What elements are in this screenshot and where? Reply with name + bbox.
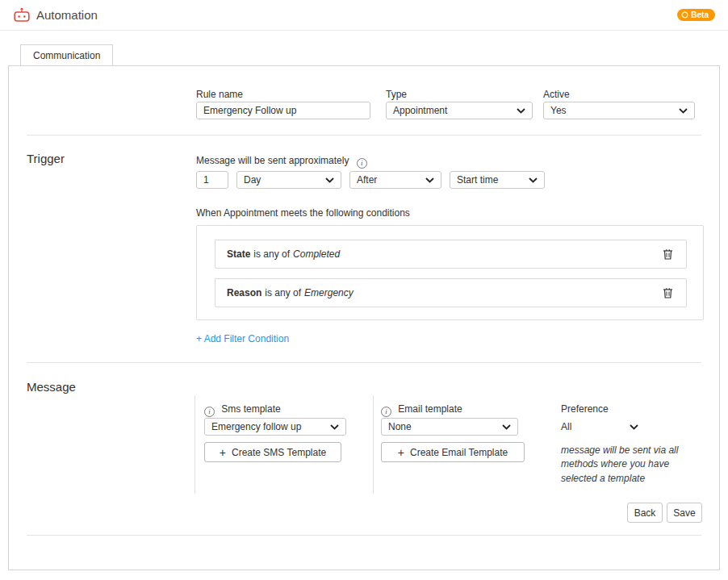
beta-label: Beta [691,10,709,19]
type-label: Type [386,89,407,100]
trash-icon[interactable] [661,247,675,261]
active-select[interactable]: Yes [543,102,695,119]
approx-label: Message will be sent approximately [196,155,349,166]
create-email-template-label: Create Email Template [410,447,508,458]
chevron-down-icon [517,108,525,114]
preference-note: message will be sent via all methods whe… [561,444,688,486]
sms-template-label-row: i Sms template [204,403,281,417]
automation-robot-icon [13,7,31,23]
chevron-down-icon [679,108,688,114]
amount-input[interactable] [196,171,228,189]
create-sms-template-label: Create SMS Template [232,447,326,458]
condition-operator: is any of [253,248,290,260]
message-heading: Message [27,380,76,394]
tab-communication-label: Communication [33,50,100,61]
rule-name-label: Rule name [196,89,243,100]
section-divider [27,135,701,136]
approx-label-row: Message will be sent approximately i [196,155,367,169]
save-button[interactable]: Save [667,503,702,523]
condition-value: Completed [293,248,340,260]
condition-value: Emergency [304,287,354,298]
communication-panel: Rule name Type Appointment Active Yes Tr… [8,65,720,570]
trash-icon[interactable] [661,286,675,300]
direction-select-value: After [357,174,377,186]
condition-row: State is any of Completed [215,240,687,269]
condition-row: Reason is any of Emergency [215,278,687,307]
reference-select[interactable]: Start time [450,171,545,189]
condition-field: Reason [227,287,261,298]
info-icon: i [381,407,391,417]
type-select[interactable]: Appointment [386,102,533,119]
direction-select[interactable]: After [349,171,441,189]
info-icon: i [357,158,367,169]
back-button[interactable]: Back [627,503,663,523]
type-select-value: Appointment [393,105,447,116]
email-template-select-value: None [388,421,412,432]
column-divider [373,395,374,494]
create-email-template-button[interactable]: + Create Email Template [381,442,525,462]
active-label: Active [543,89,570,100]
rule-name-input[interactable] [196,102,370,119]
chevron-down-icon [630,421,638,432]
trigger-heading: Trigger [27,152,65,165]
email-template-label-row: i Email template [381,403,462,417]
add-filter-condition-link[interactable]: + Add Filter Condition [196,333,289,344]
plus-icon: + [398,447,404,458]
active-select-value: Yes [550,105,567,116]
preference-select[interactable]: All [561,418,638,436]
email-template-select[interactable]: None [381,418,518,436]
chevron-down-icon [325,177,334,183]
email-template-label: Email template [398,403,462,415]
beta-badge: Beta [677,9,715,21]
reference-select-value: Start time [457,174,498,186]
plus-icon: + [220,447,226,458]
info-icon: i [204,407,215,417]
condition-operator: is any of [265,287,301,298]
unit-select-value: Day [244,174,261,186]
unit-select[interactable]: Day [236,171,341,189]
beta-circle-icon [681,11,688,19]
conditions-label: When Appointment meets the following con… [196,207,410,219]
chevron-down-icon [425,177,434,183]
create-sms-template-button[interactable]: + Create SMS Template [204,442,341,462]
conditions-box: State is any of Completed Reason is any … [196,225,704,320]
tab-communication[interactable]: Communication [20,44,113,65]
chevron-down-icon [330,424,339,430]
page-title: Automation [36,8,98,22]
section-divider [27,535,701,536]
sms-template-select[interactable]: Emergency follow up [204,418,346,436]
chevron-down-icon [502,424,511,430]
chevron-down-icon [529,177,538,183]
preference-select-value: All [561,421,571,432]
condition-field: State [227,248,250,260]
section-divider [27,362,701,363]
preference-label: Preference [561,403,609,415]
sms-template-select-value: Emergency follow up [211,421,301,432]
app-header: Automation Beta [0,0,728,31]
sms-template-label: Sms template [221,403,280,415]
column-divider [195,395,195,494]
